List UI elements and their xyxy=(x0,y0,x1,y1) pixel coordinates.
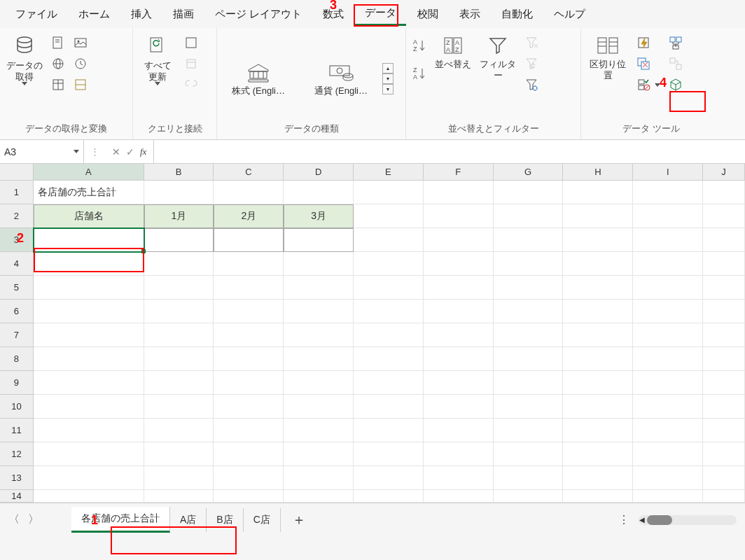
cell-B5[interactable] xyxy=(144,276,214,300)
consolidate-button[interactable] xyxy=(667,34,685,52)
cell-B12[interactable] xyxy=(144,442,214,466)
cell-I4[interactable] xyxy=(633,252,703,276)
data-validation-button[interactable] xyxy=(634,76,662,94)
cell-H3[interactable] xyxy=(563,228,633,252)
spinner-down[interactable]: ▾ xyxy=(382,74,394,84)
reapply-filter-button[interactable] xyxy=(522,55,541,73)
cell-D1[interactable] xyxy=(284,181,354,204)
text-to-columns-button[interactable]: 区切り位置 xyxy=(584,32,632,83)
cell-H14[interactable] xyxy=(563,490,633,503)
cell-G9[interactable] xyxy=(494,371,564,395)
cell-J12[interactable] xyxy=(703,442,745,466)
cell-J6[interactable] xyxy=(703,300,745,323)
menu-review[interactable]: 校閲 xyxy=(408,4,448,25)
spinner-more[interactable]: ▾ xyxy=(382,84,394,94)
cell-C1[interactable] xyxy=(214,181,284,204)
cell-D6[interactable] xyxy=(284,300,354,323)
cell-A2[interactable]: 店舗名 xyxy=(34,204,144,228)
cell-F4[interactable] xyxy=(424,252,494,276)
select-all-corner[interactable] xyxy=(0,164,34,181)
cell-G1[interactable] xyxy=(494,181,564,204)
cell-C7[interactable] xyxy=(214,323,284,347)
menu-home[interactable]: ホーム xyxy=(69,4,120,25)
cell-A13[interactable] xyxy=(34,466,144,490)
properties-button[interactable] xyxy=(182,55,200,73)
name-box[interactable]: A3 xyxy=(0,140,84,163)
row-header-7[interactable]: 7 xyxy=(0,323,34,347)
advanced-filter-button[interactable] xyxy=(522,76,541,94)
cell-J5[interactable] xyxy=(703,276,745,300)
cell-G6[interactable] xyxy=(494,300,564,323)
menu-automate[interactable]: 自動化 xyxy=(492,4,543,25)
menu-help[interactable]: ヘルプ xyxy=(544,4,595,25)
cell-E13[interactable] xyxy=(354,466,424,490)
cell-E11[interactable] xyxy=(354,419,424,442)
cell-A14[interactable] xyxy=(34,490,144,503)
cell-F12[interactable] xyxy=(424,442,494,466)
from-text-csv-button[interactable] xyxy=(49,34,67,52)
cell-I7[interactable] xyxy=(633,323,703,347)
cell-D12[interactable] xyxy=(284,442,354,466)
cell-D13[interactable] xyxy=(284,466,354,490)
formula-input[interactable] xyxy=(154,140,745,163)
cell-B10[interactable] xyxy=(144,395,214,419)
cell-I6[interactable] xyxy=(633,300,703,323)
cell-B13[interactable] xyxy=(144,466,214,490)
col-header-H[interactable]: H xyxy=(563,164,633,181)
cell-B6[interactable] xyxy=(144,300,214,323)
cell-I10[interactable] xyxy=(633,395,703,419)
cell-E1[interactable] xyxy=(354,181,424,204)
from-picture-button[interactable] xyxy=(71,34,90,52)
menu-view[interactable]: 表示 xyxy=(450,4,490,25)
horizontal-scrollbar[interactable]: ◀ xyxy=(639,515,737,525)
cell-C8[interactable] xyxy=(214,347,284,371)
cell-B8[interactable] xyxy=(144,347,214,371)
cell-F10[interactable] xyxy=(424,395,494,419)
cell-H5[interactable] xyxy=(563,276,633,300)
cell-J9[interactable] xyxy=(703,371,745,395)
cell-C2[interactable]: 2月 xyxy=(214,204,284,228)
row-header-9[interactable]: 9 xyxy=(0,371,34,395)
cell-B9[interactable] xyxy=(144,371,214,395)
cell-F6[interactable] xyxy=(424,300,494,323)
cell-J3[interactable] xyxy=(703,228,745,252)
col-header-B[interactable]: B xyxy=(144,164,214,181)
relationships-button[interactable] xyxy=(667,55,685,73)
sheet-nav-next[interactable]: 〉 xyxy=(24,510,43,530)
cell-C13[interactable] xyxy=(214,466,284,490)
cell-H1[interactable] xyxy=(563,181,633,204)
cell-I14[interactable] xyxy=(633,490,703,503)
cell-C4[interactable] xyxy=(214,252,284,276)
sheet-tab-c[interactable]: C店 xyxy=(244,508,281,532)
cell-B11[interactable] xyxy=(144,419,214,442)
cell-A6[interactable] xyxy=(34,300,144,323)
cell-H12[interactable] xyxy=(563,442,633,466)
filter-button[interactable]: フィルター xyxy=(476,32,520,83)
cell-G7[interactable] xyxy=(494,323,564,347)
cell-B4[interactable] xyxy=(144,252,214,276)
stocks-button[interactable]: 株式 (Engli… xyxy=(220,59,297,99)
cell-F1[interactable] xyxy=(424,181,494,204)
scroll-thumb[interactable] xyxy=(647,515,672,525)
cell-D14[interactable] xyxy=(284,490,354,503)
row-header-5[interactable]: 5 xyxy=(0,276,34,300)
cell-C10[interactable] xyxy=(214,395,284,419)
cell-A7[interactable] xyxy=(34,323,144,347)
row-header-12[interactable]: 12 xyxy=(0,442,34,466)
sort-asc-button[interactable]: AZ xyxy=(410,36,429,55)
cell-F13[interactable] xyxy=(424,466,494,490)
menu-data[interactable]: データ xyxy=(355,2,406,26)
cell-G11[interactable] xyxy=(494,419,564,442)
sheet-options[interactable]: ⋮ xyxy=(618,513,630,526)
row-header-14[interactable]: 14 xyxy=(0,490,34,503)
queries-connections-button[interactable] xyxy=(182,34,200,52)
cell-A9[interactable] xyxy=(34,371,144,395)
cell-G4[interactable] xyxy=(494,252,564,276)
cell-H4[interactable] xyxy=(563,252,633,276)
row-header-6[interactable]: 6 xyxy=(0,300,34,323)
cell-E9[interactable] xyxy=(354,371,424,395)
currency-button[interactable]: 通貨 (Engli… xyxy=(302,59,380,99)
cell-H2[interactable] xyxy=(563,204,633,228)
cell-G8[interactable] xyxy=(494,347,564,371)
clear-filter-button[interactable] xyxy=(522,34,541,52)
